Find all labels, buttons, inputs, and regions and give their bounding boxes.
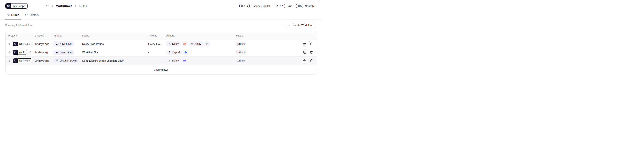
action-notify-badge: Notify: [188, 41, 203, 46]
folder-icon: [13, 58, 18, 63]
folder-icon: [13, 42, 18, 46]
kbd-search: ⌘K: [296, 4, 303, 8]
bell-icon: [190, 43, 193, 45]
filters-badge: 1 filters: [236, 58, 246, 63]
delete-workflow-button[interactable]: [310, 59, 313, 62]
kbd-blur: ⌘ ⇧ K: [275, 4, 285, 8]
duplicate-workflow-button[interactable]: [302, 58, 308, 64]
project-badge[interactable]: No Project: [13, 58, 32, 63]
toolbar: Showing 1-3/3 workflows. Create Workflow: [5, 22, 315, 28]
column-header-projects: Projects: [6, 34, 32, 37]
table-row[interactable]: No Project 12 days ago New Issue Noti: [6, 40, 317, 48]
jira-icon: [184, 51, 187, 54]
column-header-name: Name: [80, 34, 146, 37]
delete-workflow-button[interactable]: [310, 42, 313, 46]
action-slack-badge: [204, 41, 210, 46]
action-notify-badge: Notify: [166, 41, 181, 46]
project-name: No Project: [18, 58, 32, 63]
email-icon: [183, 42, 186, 46]
trigger-badge: New Issue: [54, 50, 74, 55]
add-project-button[interactable]: [8, 42, 11, 46]
project-name: No Project: [18, 42, 32, 46]
trigger-label: New Issue: [60, 51, 72, 54]
action-notify-badge: Notify: [166, 58, 181, 63]
project-badge[interactable]: gabin: [13, 50, 27, 55]
chevron-down-icon[interactable]: [45, 4, 49, 8]
trigger-badge: New Issue: [54, 41, 74, 46]
workflow-count: 3 workflows: [154, 68, 168, 71]
blur-label: Blur: [287, 4, 292, 8]
workflow-name: Workflow Jira: [82, 51, 98, 54]
duplicate-workflow-button[interactable]: [302, 50, 308, 55]
trigger-badge: Location Down: [54, 58, 79, 63]
action-discord-badge: [182, 58, 187, 63]
throttle-value: -: [148, 51, 149, 54]
rules-icon: [6, 14, 10, 16]
project-name: gabin: [18, 50, 27, 54]
action-label: Notify: [172, 59, 179, 62]
workflow-name: Send Discord When Location Down: [82, 59, 124, 62]
plus-icon: [288, 24, 291, 27]
action-export-badge: Export: [166, 50, 182, 55]
table-row[interactable]: No Project 20 days ago Location Down Sen…: [6, 56, 317, 65]
slack-icon: [205, 42, 208, 46]
target-icon: [6, 4, 11, 8]
trigger-label: Location Down: [60, 59, 77, 62]
add-project-button[interactable]: [8, 51, 11, 54]
kbd-escape-copilot: ⌘ ⇧ E: [240, 4, 250, 8]
duplicate-workflow-button[interactable]: [302, 41, 308, 47]
location-icon: [56, 60, 58, 62]
my-scope-label: My Scope: [11, 4, 28, 8]
column-header-created: Created: [32, 34, 51, 37]
history-icon: [25, 14, 28, 16]
filters-badge: 1 filters: [236, 50, 246, 54]
column-header-actions: Actions: [164, 34, 234, 37]
delete-workflow-button[interactable]: [310, 51, 313, 54]
bell-icon: [168, 60, 171, 62]
create-workflow-button[interactable]: Create Workflow: [285, 22, 315, 28]
search-label: Search: [305, 4, 314, 8]
created-value: 20 days ago: [35, 59, 49, 62]
action-label: Export: [172, 51, 180, 54]
action-label: Notify: [172, 42, 179, 45]
column-header-filters: Filters: [234, 34, 290, 37]
trigger-label: New Issue: [60, 42, 72, 45]
table-footer: 3 workflows: [6, 65, 317, 74]
workflow-name: Notify High Issues: [82, 42, 104, 46]
table-row[interactable]: gabin +1 14 days ago New Issue: [6, 48, 317, 56]
throttle-value: -: [148, 59, 149, 62]
bell-icon: [168, 43, 171, 45]
tab-bar: Rules History: [0, 11, 322, 20]
folder-icon: [13, 50, 18, 54]
breadcrumb-rules: Rules: [79, 4, 87, 8]
showing-count-text: Showing 1-3/3 workflows.: [5, 24, 34, 27]
breadcrumb: Workflows Rules: [45, 4, 87, 8]
tab-history[interactable]: History: [24, 11, 40, 19]
column-header-throttle: Throttle: [146, 34, 164, 37]
filters-badge: 1 filters: [236, 42, 246, 46]
created-value: 12 days ago: [35, 42, 49, 46]
upload-icon: [168, 51, 171, 54]
create-workflow-label: Create Workflow: [292, 24, 312, 27]
action-label: Notify: [194, 42, 201, 45]
tab-rules[interactable]: Rules: [5, 11, 21, 19]
add-project-button[interactable]: [8, 59, 11, 62]
bug-icon: [56, 43, 58, 45]
workflows-table: Projects Created Trigger Name Throttle A…: [5, 31, 317, 74]
my-scope-badge[interactable]: My Scope: [5, 3, 28, 8]
chevron-right-icon: [74, 5, 77, 8]
discord-icon: [183, 59, 186, 62]
created-value: 14 days ago: [35, 51, 49, 54]
column-header-trigger: Trigger: [51, 34, 80, 37]
bug-icon: [56, 51, 58, 54]
throttle-value: Every 1 week: [148, 42, 164, 46]
chevron-right-icon: [51, 5, 54, 8]
tab-rules-label: Rules: [11, 13, 20, 16]
escape-copilot-label: Escape Copilot: [252, 4, 270, 8]
top-bar: My Scope Workflows Rules ⌘ ⇧ E Escape Co…: [0, 0, 322, 9]
action-email-badge: [182, 41, 187, 46]
tab-history-label: History: [30, 13, 39, 16]
project-badge[interactable]: No Project: [13, 42, 32, 46]
project-extra-count: +1: [28, 51, 31, 54]
breadcrumb-workflows[interactable]: Workflows: [56, 4, 72, 8]
